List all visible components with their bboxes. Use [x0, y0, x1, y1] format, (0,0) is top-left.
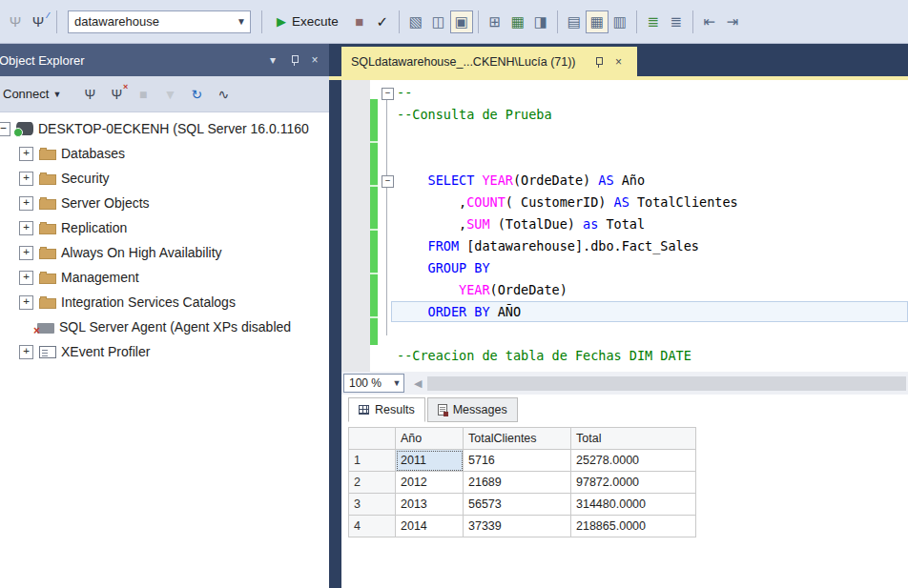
close-icon[interactable]: × [610, 53, 628, 71]
grid-row-number[interactable]: 1 [349, 450, 396, 472]
object-explorer-titlebar: Object Explorer ▾ × [0, 44, 329, 76]
fold-guide-line [386, 99, 387, 335]
tree-item-databases[interactable]: +Databases [0, 141, 329, 166]
uncomment-lines-icon[interactable]: ≣ [665, 10, 688, 33]
code-token: , [397, 194, 466, 210]
grid-row-number[interactable]: 3 [349, 494, 396, 516]
connect-button[interactable]: Connect ▼ [0, 85, 65, 103]
code-line: SELECT YEAR(OrdeDate) AS Año [397, 170, 908, 192]
cancel-query-icon[interactable]: ■ [348, 10, 371, 33]
execute-button[interactable]: ▶ Execute [269, 9, 346, 35]
chevron-down-icon[interactable]: ▼ [233, 16, 250, 27]
folder-icon [39, 199, 56, 210]
tree-item-management[interactable]: +Management [0, 265, 329, 290]
results-tab-results[interactable]: Results [348, 397, 425, 422]
grid-column-header[interactable]: TotalClientes [464, 428, 571, 450]
available-connections-icon[interactable]: Ψ [4, 10, 27, 33]
expand-toggle-icon[interactable]: + [19, 246, 33, 260]
tree-item-label: DESKTOP-0ECKENH (SQL Server 16.0.1160 [38, 121, 309, 136]
expand-toggle-icon[interactable]: − [0, 122, 10, 136]
pin-icon[interactable] [589, 53, 607, 71]
grid-cell[interactable]: 37339 [464, 516, 571, 537]
oe-stop-icon[interactable]: ■ [132, 83, 155, 106]
decrease-indent-icon[interactable]: ⇤ [698, 10, 721, 33]
tree-item-integration-services-catalogs[interactable]: +Integration Services Catalogs [0, 290, 329, 314]
comment-lines-icon[interactable]: ≣ [642, 10, 665, 33]
parse-query-icon[interactable]: ✓ [371, 10, 394, 33]
tree-item-security[interactable]: +Security [0, 166, 329, 191]
query-options-icon[interactable]: ◫ [427, 10, 450, 33]
tree-item-xevent-profiler[interactable]: +XEvent Profiler [0, 339, 329, 364]
code-token: GROUP BY [397, 260, 490, 275]
sql-editor[interactable]: − − ----Consulta de Prueba SELECT YEAR(O… [341, 80, 908, 372]
database-combobox[interactable]: datawarehouse ▼ [68, 10, 251, 33]
execute-label: Execute [292, 14, 339, 29]
increase-indent-icon[interactable]: ⇥ [721, 10, 744, 33]
grid-column-header[interactable]: Total [571, 428, 696, 450]
grid-cell[interactable]: 218865.0000 [571, 516, 696, 537]
grid-cell[interactable]: 2012 [396, 472, 464, 494]
oe-filter-icon[interactable]: ▼ [158, 83, 181, 106]
code-area[interactable]: ----Consulta de Prueba SELECT YEAR(OrdeD… [397, 82, 908, 367]
oe-refresh-icon[interactable]: ↻ [185, 83, 208, 106]
grid-cell[interactable]: 2011 [396, 450, 464, 472]
window-position-icon[interactable]: ▾ [264, 51, 281, 69]
pin-icon[interactable] [285, 51, 302, 69]
expand-toggle-icon[interactable]: + [19, 345, 33, 359]
zoom-combobox[interactable]: 100 % ▼ [343, 374, 404, 393]
query-tab[interactable]: SQLdatawarehouse_...CKENH\Lucía (71)) × [341, 47, 637, 76]
grid-cell[interactable]: 21689 [464, 472, 571, 494]
grid-corner-cell[interactable] [349, 428, 396, 450]
grid-cell[interactable]: 5716 [464, 450, 571, 472]
fold-toggle-icon[interactable]: − [382, 88, 394, 100]
toolbar-separator [636, 10, 637, 33]
close-icon[interactable]: × [306, 51, 323, 69]
tree-item-always-on-high-availability[interactable]: +Always On High Availability [0, 240, 329, 265]
oe-connect-icon[interactable]: Ψ [78, 83, 101, 106]
expand-toggle-icon[interactable]: + [19, 221, 33, 235]
grid-cell[interactable]: 25278.0000 [571, 450, 696, 472]
grid-row-number[interactable]: 4 [349, 516, 396, 537]
results-to-text-icon[interactable]: ▤ [563, 10, 586, 33]
client-statistics-icon[interactable]: ◨ [529, 10, 552, 33]
object-explorer-title: Object Explorer [0, 53, 260, 68]
expand-toggle-icon[interactable]: + [19, 147, 33, 161]
expand-toggle-icon[interactable]: + [19, 172, 33, 186]
code-line [397, 148, 908, 170]
oe-activity-monitor-icon: ∿ [217, 87, 229, 102]
tree-item-replication[interactable]: +Replication [0, 215, 329, 240]
zoom-level: 100 % [344, 376, 390, 390]
results-to-file-icon[interactable]: ▥ [609, 10, 631, 33]
tree-item-server-objects[interactable]: +Server Objects [0, 191, 329, 215]
template-parameters-icon[interactable]: ⊞ [484, 10, 506, 33]
folder-icon [39, 249, 56, 259]
grid-cell[interactable]: 2013 [396, 494, 464, 516]
change-connection-icon[interactable]: Ψ⁄ [27, 10, 50, 33]
scroll-left-icon[interactable]: ◀ [414, 377, 422, 390]
grid-column-header[interactable]: Año [396, 428, 464, 450]
expand-toggle-icon[interactable]: + [19, 295, 33, 310]
tree-item-sql-server-agent[interactable]: SQL Server Agent (Agent XPs disabled [0, 314, 329, 339]
tree-item-server-root[interactable]: −DESKTOP-0ECKENH (SQL Server 16.0.1160 [0, 116, 329, 141]
results-to-grid-icon[interactable]: ▦ [586, 10, 609, 33]
grid-row-number[interactable]: 2 [349, 472, 396, 494]
results-tab-messages[interactable]: Messages [427, 397, 518, 422]
results-grid[interactable]: AñoTotalClientesTotal12011571625278.0000… [348, 427, 696, 537]
uncomment-lines-icon: ≣ [670, 13, 682, 30]
oe-disconnect-icon[interactable]: Ψ× [105, 83, 128, 106]
expand-toggle-icon[interactable]: + [19, 271, 33, 285]
actual-plan-icon[interactable]: ▦ [506, 10, 529, 33]
grid-cell[interactable]: 97872.0000 [571, 472, 696, 494]
expand-toggle-icon[interactable]: + [19, 196, 33, 211]
horizontal-scrollbar[interactable] [427, 376, 906, 391]
oe-activity-monitor-icon[interactable]: ∿ [212, 83, 235, 106]
editor-gutter [341, 80, 370, 372]
intellisense-enabled-icon[interactable]: ▣ [450, 10, 473, 33]
estimated-plan-icon[interactable]: ▧ [404, 10, 427, 33]
code-token: -- [397, 85, 412, 100]
grid-cell[interactable]: 56573 [464, 494, 571, 516]
connect-label: Connect [3, 87, 49, 101]
fold-toggle-icon[interactable]: − [382, 175, 394, 188]
grid-cell[interactable]: 314480.0000 [571, 494, 696, 516]
grid-cell[interactable]: 2014 [396, 516, 464, 537]
